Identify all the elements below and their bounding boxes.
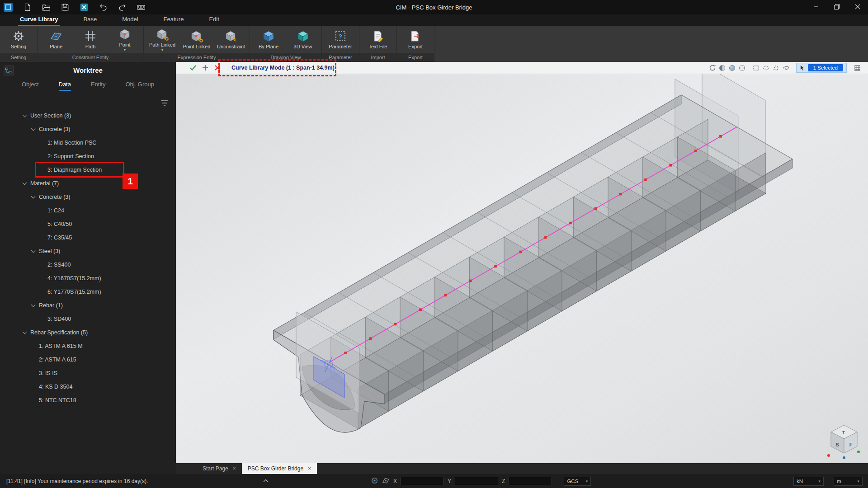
snap-point-icon[interactable] [371,477,378,486]
menu-tab-base[interactable]: Base [82,14,99,26]
tree-item-3-sd400[interactable]: 3: SD400 [0,312,176,326]
keyboard-icon[interactable] [137,3,146,12]
ribbon-group-parameter: ?ParameterParameter [322,26,359,62]
force-unit-select[interactable]: kN▾ [793,477,824,486]
caret-down-icon[interactable] [22,113,28,118]
tree-item-rebar-1[interactable]: Rebar (1) [0,299,176,312]
close-model-icon[interactable] [80,3,89,12]
tree-item-5-ntc-ntc18[interactable]: 5: NTC NTC18 [0,394,176,407]
unconstraint-button[interactable]: Unconstraint [214,26,248,52]
shaded-view-icon[interactable] [718,64,726,72]
add-button[interactable] [201,63,210,72]
tree-item-4-y1670s7-15-2mm[interactable]: 4: Y1670S7(15.2mm) [0,272,176,285]
length-unit-select[interactable]: m▾ [834,477,863,486]
tree-filter-icon[interactable] [160,99,170,107]
tree-item-user-section-3[interactable]: User Section (3) [0,109,176,122]
caret-down-icon[interactable] [22,181,28,186]
close-button[interactable] [847,0,868,14]
chevron-down-icon: ▾ [857,479,859,483]
tree-item-concrete-3[interactable]: Concrete (3) [0,190,176,204]
tree-item-1-mid-section-psc[interactable]: 1: Mid Section PSC [0,136,176,150]
tree-item-material-7[interactable]: Material (7) [0,177,176,190]
worktree-tab-entity[interactable]: Entity [91,81,106,91]
grid-icon[interactable] [853,63,862,72]
tree-item-label: 1: Mid Section PSC [47,140,96,146]
coord-input-y[interactable] [455,477,498,485]
menu-tab-edit[interactable]: Edit [207,14,221,26]
parameter-button[interactable]: ?Parameter [324,26,357,52]
minimize-button[interactable] [806,0,826,14]
select-rectangle-icon[interactable] [752,64,760,72]
tree-item-label: 2: SS400 [47,262,71,268]
close-tab-icon[interactable]: × [233,466,236,471]
caret-down-icon[interactable] [31,194,36,200]
tree-item-6-y1770s7-15-2mm[interactable]: 6: Y1770S7(15.2mm) [0,285,176,299]
menu-tab-model[interactable]: Model [120,14,140,26]
select-ellipse-icon[interactable] [762,64,770,72]
caret-down-icon[interactable] [31,249,36,254]
coord-input-z[interactable] [509,477,552,485]
snap-plane-icon[interactable] [382,477,390,486]
close-tab-icon[interactable]: × [308,466,311,471]
path-button[interactable]: Path [74,26,107,52]
tree-item-concrete-3[interactable]: Concrete (3) [0,122,176,136]
caret-down-icon[interactable] [31,127,36,132]
caret-down-icon[interactable] [31,303,36,308]
caret-spacer [39,289,45,295]
text-file-button[interactable]: Text File [361,26,395,52]
confirm-button[interactable] [189,63,198,72]
new-document-icon[interactable] [23,3,32,12]
tree-item-1-astm-a-615-m[interactable]: 1: ASTM A 615 M [0,339,176,353]
navigation-cube[interactable]: T S F [827,425,860,459]
caret-down-icon[interactable] [22,330,28,335]
by-plane-button[interactable]: By Plane [252,26,285,52]
orbit-icon[interactable] [708,64,717,72]
dropdown-arrow-icon: ▾ [124,48,126,51]
document-tab-start-page[interactable]: Start Page× [197,463,242,474]
nav-cube-top-label[interactable]: T [842,430,845,435]
selection-status[interactable]: 1 Selected [796,63,847,73]
3d-view-button[interactable]: 3D View [286,26,320,52]
expand-log-button[interactable] [263,478,269,483]
maximize-button[interactable] [826,0,847,14]
path-linked-button[interactable]: Path Linked▾ [146,26,179,52]
nav-cube-right-label[interactable]: F [849,442,853,447]
tree-item-7-c35-45[interactable]: 7: C35/45 [0,231,176,244]
tree-item-steel-3[interactable]: Steel (3) [0,244,176,258]
setting-button[interactable]: Setting [2,26,35,52]
worktree-tab-data[interactable]: Data [59,81,71,91]
cancel-button[interactable] [213,63,222,72]
coord-input-x[interactable] [401,477,444,485]
coordinate-system-select[interactable]: GCS▾ [564,477,591,486]
undo-icon[interactable] [99,3,108,12]
select-lasso-icon[interactable] [782,64,790,72]
redo-icon[interactable] [118,3,127,12]
tree-item-rebar-specification-5[interactable]: Rebar Specification (5) [0,326,176,339]
tree-item-5-c40-50[interactable]: 5: C40/50 [0,217,176,231]
worktree-tab-obj-group[interactable]: Obj. Group [125,81,154,91]
wireframe-view-icon[interactable] [738,64,746,72]
worktree-tab-object[interactable]: Object [22,81,39,91]
tree-item-3-is-is[interactable]: 3: IS IS [0,366,176,380]
select-polygon-icon[interactable] [772,64,780,72]
tree-item-2-support-section[interactable]: 2: Support Section [0,150,176,163]
tree-item-4-ks-d-3504[interactable]: 4: KS D 3504 [0,380,176,394]
menu-tab-feature[interactable]: Feature [162,14,186,26]
open-icon[interactable] [42,3,51,12]
path-icon [84,29,97,43]
sphere-view-icon[interactable] [728,64,736,72]
menu-tab-curve-library[interactable]: Curve Library [18,14,60,26]
point-button[interactable]: Point▾ [108,26,142,52]
tree-item-1-c24[interactable]: 1: C24 [0,204,176,217]
document-tab-psc-box-girder-bridge[interactable]: PSC Box Girder Bridge× [242,463,317,474]
viewport-canvas[interactable]: T S F [176,74,868,463]
plane-button[interactable]: Plane [39,26,73,52]
save-icon[interactable] [61,3,70,12]
tree-item-2-astm-a-615[interactable]: 2: ASTM A 615 [0,353,176,366]
nav-cube-left-label[interactable]: S [835,442,839,447]
caret-spacer [39,140,45,145]
tree-item-2-ss400[interactable]: 2: SS400 [0,258,176,272]
point-linked-button[interactable]: Point Linked [180,26,213,52]
tree-item-3-diaphragm-section[interactable]: 3: Diaphragm Section [0,163,176,177]
export-button[interactable]: Export [399,26,432,52]
